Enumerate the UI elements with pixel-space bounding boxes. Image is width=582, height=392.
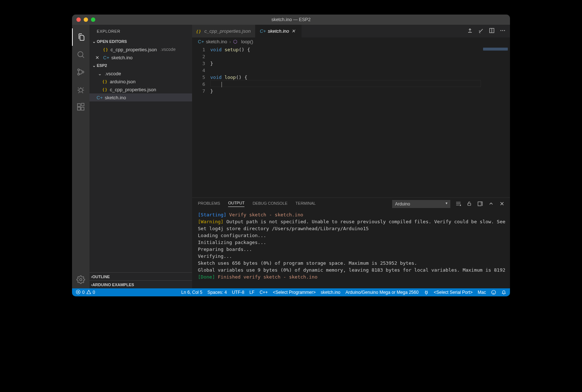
status-host[interactable]: Mac: [478, 290, 486, 295]
open-editor-item[interactable]: { } c_cpp_properties.json .vscode: [89, 45, 192, 53]
status-sketch[interactable]: sketch.ino: [321, 290, 340, 295]
svg-point-4: [79, 88, 83, 92]
notifications-icon[interactable]: [501, 290, 506, 295]
settings-gear-icon[interactable]: [72, 271, 89, 288]
search-activity-icon[interactable]: [72, 46, 89, 63]
panel-tab-problems[interactable]: PROBLEMS: [198, 201, 220, 207]
status-board[interactable]: Arduino/Genuino Mega or Mega 2560: [346, 290, 419, 295]
chevron-down-icon: ⌄: [97, 71, 103, 76]
breadcrumb-separator-icon: ›: [230, 39, 231, 44]
titlebar: sketch.ino — ESP2: [72, 15, 510, 25]
file-name: sketch.ino: [105, 95, 126, 100]
json-file-icon: { }: [103, 47, 108, 52]
cpp-file-icon: C+: [198, 39, 204, 44]
window-title: sketch.ino — ESP2: [271, 17, 311, 22]
panel-tab-terminal[interactable]: TERMINAL: [295, 201, 316, 207]
explorer-activity-icon[interactable]: [72, 28, 89, 46]
cpp-file-icon: C+: [97, 95, 103, 100]
status-indentation[interactable]: Spaces: 4: [207, 290, 227, 295]
editor-area[interactable]: 1234567 void setup() { } void loop() { }: [192, 45, 510, 197]
output-content[interactable]: [Starting] Verify sketch - sketch.ino[Wa…: [192, 210, 510, 288]
svg-point-11: [501, 30, 501, 31]
plug-icon[interactable]: [424, 290, 429, 295]
panel-tab-debug[interactable]: DEBUG CONSOLE: [252, 201, 287, 207]
svg-point-13: [504, 30, 505, 31]
outline-label: OUTLINE: [92, 275, 110, 279]
output-channel-select[interactable]: Arduino: [392, 200, 450, 208]
panel-tab-output[interactable]: OUTPUT: [228, 201, 244, 207]
file-name: c_cpp_properties.json: [110, 87, 156, 92]
folder-item[interactable]: ⌄ .vscode: [89, 69, 192, 77]
close-window-button[interactable]: [76, 17, 81, 22]
minimize-window-button[interactable]: [84, 17, 88, 22]
svg-rect-14: [468, 203, 471, 205]
file-name: sketch.ino: [111, 55, 133, 60]
file-name: arduino.json: [110, 79, 136, 84]
code-content[interactable]: void setup() { } void loop() { }: [210, 45, 481, 197]
svg-point-9: [80, 279, 82, 281]
cpp-file-icon: C+: [103, 55, 109, 60]
svg-point-0: [78, 52, 83, 57]
breadcrumb-symbol[interactable]: loop(): [241, 39, 253, 44]
open-log-icon[interactable]: [477, 201, 483, 207]
panel-maximize-icon[interactable]: [488, 201, 494, 207]
cpp-file-icon: C+: [260, 28, 266, 34]
breadcrumb[interactable]: C+ sketch.ino › ⬡ loop(): [192, 37, 510, 45]
panel-close-icon[interactable]: [499, 201, 505, 207]
split-editor-icon[interactable]: [489, 28, 495, 35]
json-file-icon: { }: [102, 87, 108, 92]
open-editors-header[interactable]: ⌄ OPEN EDITORS: [89, 37, 192, 45]
minimap[interactable]: [481, 45, 510, 197]
vscode-window: sketch.ino — ESP2: [72, 15, 510, 296]
debug-activity-icon[interactable]: [72, 81, 89, 98]
svg-rect-15: [478, 202, 481, 206]
output-channel-dropdown[interactable]: Arduino: [392, 200, 450, 208]
panel-tabs: PROBLEMS OUTPUT DEBUG CONSOLE TERMINAL A…: [192, 198, 510, 210]
project-label: ESP2: [97, 63, 107, 68]
arduino-examples-header[interactable]: › ARDUINO EXAMPLES: [89, 280, 192, 288]
file-item[interactable]: C+ sketch.ino: [89, 93, 192, 101]
arduino-upload-icon[interactable]: [467, 28, 473, 35]
feedback-icon[interactable]: [491, 290, 496, 295]
line-gutter: 1234567: [192, 45, 210, 197]
open-editors-label: OPEN EDITORS: [97, 39, 127, 44]
status-encoding[interactable]: UTF-8: [232, 290, 244, 295]
lock-scroll-icon[interactable]: [466, 201, 472, 207]
status-bar: 0 0 Ln 6, Col 5 Spaces: 4 UTF-8 LF C++ <…: [72, 288, 510, 296]
status-eol[interactable]: LF: [250, 290, 255, 295]
status-problems[interactable]: 0 0: [76, 289, 95, 296]
method-icon: ⬡: [233, 39, 239, 44]
clear-output-icon[interactable]: [455, 201, 461, 207]
project-header[interactable]: ⌄ ESP2: [89, 61, 192, 69]
svg-rect-7: [81, 107, 84, 110]
bottom-panel: PROBLEMS OUTPUT DEBUG CONSOLE TERMINAL A…: [192, 197, 510, 288]
editor-tab[interactable]: C+ sketch.ino ✕: [255, 25, 302, 37]
file-item[interactable]: { } c_cpp_properties.json: [89, 85, 192, 93]
window-controls: [76, 17, 95, 22]
maximize-window-button[interactable]: [91, 17, 95, 22]
arduino-verify-icon[interactable]: [478, 28, 484, 35]
status-cursor-position[interactable]: Ln 6, Col 5: [181, 290, 202, 295]
extensions-activity-icon[interactable]: [72, 98, 89, 116]
file-name: c_cpp_properties.json: [111, 47, 157, 52]
editor-tab[interactable]: { } c_cpp_properties.json: [192, 25, 255, 37]
breadcrumb-file[interactable]: sketch.ino: [206, 39, 227, 44]
activity-bar: [72, 25, 89, 288]
editor-group: { } c_cpp_properties.json C+ sketch.ino …: [192, 25, 510, 288]
json-file-icon: { }: [102, 79, 108, 84]
scm-activity-icon[interactable]: [72, 63, 89, 81]
more-actions-icon[interactable]: [500, 28, 506, 35]
open-editor-item[interactable]: ✕ C+ sketch.ino: [89, 53, 192, 61]
svg-point-3: [82, 71, 84, 73]
status-serial-port[interactable]: <Select Serial Port>: [434, 290, 473, 295]
warning-icon: [86, 289, 91, 296]
close-editor-icon[interactable]: ✕: [95, 55, 101, 60]
close-tab-icon[interactable]: ✕: [291, 28, 297, 34]
status-programmer[interactable]: <Select Programmer>: [273, 290, 315, 295]
file-item[interactable]: { } arduino.json: [89, 77, 192, 85]
outline-header[interactable]: › OUTLINE: [89, 272, 192, 280]
status-language[interactable]: C++: [260, 290, 268, 295]
svg-point-2: [78, 73, 80, 75]
svg-rect-6: [77, 107, 80, 110]
svg-rect-8: [81, 103, 84, 106]
